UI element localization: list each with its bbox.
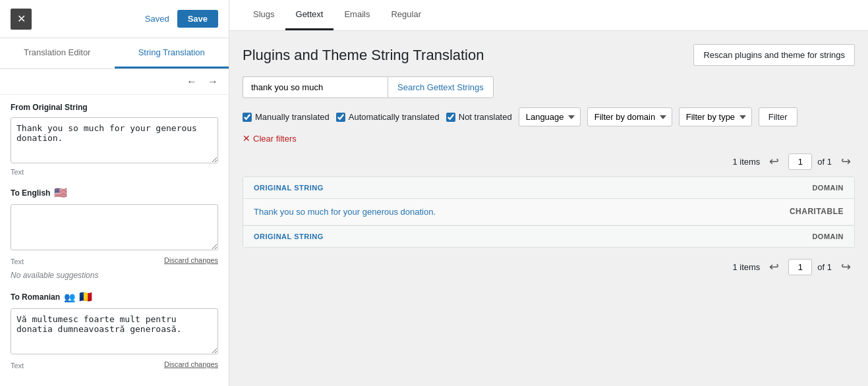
english-label: To English <box>11 188 50 198</box>
filter-button[interactable]: Filter <box>759 107 797 126</box>
english-field-type: Text <box>11 258 24 265</box>
close-icon: ✕ <box>17 13 26 25</box>
language-select[interactable]: Language <box>519 107 581 126</box>
table-header: ORIGINAL STRING DOMAIN <box>243 177 854 199</box>
romanian-discard-button[interactable]: Discard changes <box>164 360 218 368</box>
left-content: From Original String Thank you so much f… <box>0 95 229 386</box>
romanian-flag-icon: 🇷🇴 <box>79 290 92 303</box>
manually-translated-group: Manually translated <box>243 112 330 122</box>
not-translated-group: Not translated <box>446 112 512 122</box>
tab-slugs[interactable]: Slugs <box>243 0 285 30</box>
english-field-row: Text Discard changes <box>11 255 218 265</box>
top-pagination: 1 items ↩ of 1 ↪ <box>243 153 855 170</box>
top-prev-page-button[interactable]: ↩ <box>765 153 783 170</box>
left-tabs: Translation Editor String Translation <box>0 38 229 69</box>
tab-string-translation[interactable]: String Translation <box>115 38 229 69</box>
romanian-section: To Romanian 👥 🇷🇴 Vă multumesc foarte mul… <box>11 290 218 370</box>
tab-gettext[interactable]: Gettext <box>285 0 334 30</box>
english-translation-field[interactable] <box>11 204 218 250</box>
bottom-of-text: of 1 <box>817 262 832 272</box>
english-section: To English 🇺🇸 Text Discard changes No av… <box>11 186 218 280</box>
domain-select[interactable]: Filter by domain <box>587 107 672 126</box>
tab-emails[interactable]: Emails <box>333 0 380 30</box>
table-footer-header: ORIGINAL STRING DOMAIN <box>243 225 854 247</box>
left-panel: ✕ Saved Save Translation Editor String T… <box>0 0 229 386</box>
suggestions-text: No available suggestions <box>11 271 218 280</box>
scroll-back-button[interactable]: ← <box>184 74 200 89</box>
close-button[interactable]: ✕ <box>11 9 32 30</box>
page-title-row: Plugins and Theme String Translation Res… <box>243 44 855 66</box>
romanian-field-row: Text Discard changes <box>11 359 218 370</box>
bottom-pagination: 1 items ↩ of 1 ↪ <box>243 258 855 275</box>
saved-label: Saved <box>145 14 169 24</box>
right-panel: Slugs Gettext Emails Regular Plugins and… <box>229 0 868 386</box>
scroll-controls: ← → <box>0 69 229 95</box>
romanian-label: To Romanian <box>11 292 60 302</box>
tabs-row: Slugs Gettext Emails Regular <box>229 0 868 31</box>
clear-x-icon: ✕ <box>243 133 250 144</box>
clear-filters-button[interactable]: ✕ Clear filters <box>243 133 297 144</box>
tab-regular[interactable]: Regular <box>380 0 432 30</box>
manually-translated-checkbox[interactable] <box>243 113 252 122</box>
table-row[interactable]: Thank you so much for your generous dona… <box>243 199 854 225</box>
auto-translated-group: Automatically translated <box>336 112 440 122</box>
romanian-translation-field[interactable]: Vă multumesc foarte mult pentru donatia … <box>11 308 218 354</box>
romanian-field-type: Text <box>11 362 24 370</box>
page-title: Plugins and Theme String Translation <box>243 47 484 64</box>
filters-row: Manually translated Automatically transl… <box>243 107 855 144</box>
tab-translation-editor[interactable]: Translation Editor <box>0 38 115 69</box>
original-text-field[interactable]: Thank you so much for your generous dona… <box>11 117 218 163</box>
rescan-button[interactable]: Rescan plugins and theme for strings <box>693 44 855 66</box>
bottom-items-count: 1 items <box>732 262 760 272</box>
top-next-page-button[interactable]: ↪ <box>837 153 855 170</box>
search-row: Search Gettext Strings <box>243 76 855 98</box>
bottom-page-input[interactable] <box>788 259 812 275</box>
english-discard-button[interactable]: Discard changes <box>164 256 218 264</box>
main-content: Plugins and Theme String Translation Res… <box>229 31 868 289</box>
col-original-header: ORIGINAL STRING <box>254 184 738 192</box>
bottom-prev-page-button[interactable]: ↩ <box>765 258 783 275</box>
original-field-type: Text <box>11 168 218 176</box>
bottom-next-page-button[interactable]: ↪ <box>837 258 855 275</box>
romanian-header: To Romanian 👥 🇷🇴 <box>11 290 218 303</box>
clear-filters-label: Clear filters <box>253 134 297 144</box>
top-page-input[interactable] <box>788 153 812 170</box>
english-header: To English 🇺🇸 <box>11 186 218 199</box>
scroll-forward-button[interactable]: → <box>205 74 221 89</box>
from-original-label: From Original String <box>11 103 218 112</box>
manually-translated-label: Manually translated <box>255 112 330 122</box>
top-bar: ✕ Saved Save <box>0 0 229 38</box>
search-button[interactable]: Search Gettext Strings <box>388 76 494 98</box>
footer-col-domain: DOMAIN <box>738 233 844 240</box>
save-button[interactable]: Save <box>177 10 218 28</box>
english-flag-icon: 🇺🇸 <box>54 186 67 199</box>
footer-col-original: ORIGINAL STRING <box>254 233 738 240</box>
top-of-text: of 1 <box>817 157 832 167</box>
not-translated-label: Not translated <box>459 112 512 122</box>
search-input[interactable] <box>243 76 388 98</box>
cell-domain: CHARITABLE <box>738 207 844 217</box>
top-items-count: 1 items <box>732 157 760 167</box>
type-select[interactable]: Filter by type <box>679 107 752 126</box>
cell-original-string: Thank you so much for your generous dona… <box>254 207 738 217</box>
not-translated-checkbox[interactable] <box>446 113 455 122</box>
auto-translated-label: Automatically translated <box>349 112 440 122</box>
auto-translated-checkbox[interactable] <box>336 113 345 122</box>
results-table: ORIGINAL STRING DOMAIN Thank you so much… <box>243 177 855 248</box>
group-icon: 👥 <box>64 292 75 302</box>
col-domain-header: DOMAIN <box>738 184 844 192</box>
